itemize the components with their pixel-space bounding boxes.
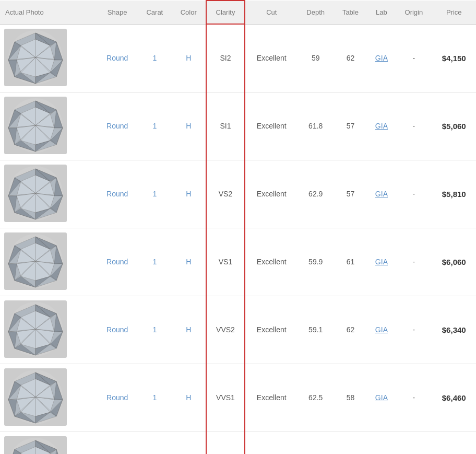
- diamond-table: Actual Photo Shape Carat Color Clarity C…: [0, 0, 476, 454]
- header-price[interactable]: Price: [432, 1, 476, 24]
- cell-cut: Excellent: [245, 92, 298, 160]
- cell-origin: -: [396, 296, 432, 364]
- cell-depth: 59.1: [298, 296, 334, 364]
- cell-shape: Round: [97, 160, 138, 228]
- cell-color: H: [172, 92, 206, 160]
- cell-photo: [0, 24, 97, 92]
- cell-table: 62: [334, 24, 367, 92]
- cell-carat: 1: [138, 160, 172, 228]
- cell-photo: [0, 228, 97, 296]
- cell-lab[interactable]: GIA: [367, 24, 396, 92]
- cell-origin: -: [396, 24, 432, 92]
- cell-price: $6,460: [432, 364, 476, 432]
- cell-table: 60: [334, 432, 367, 454]
- table-row: Round1HVVS2Excellent59.162GIA-$6,340: [0, 296, 476, 364]
- cell-table: 61: [334, 228, 367, 296]
- table-row: Round1HVS2Excellent62.957GIA-$5,810: [0, 160, 476, 228]
- cell-color: H: [172, 228, 206, 296]
- table-header-row: Actual Photo Shape Carat Color Clarity C…: [0, 1, 476, 24]
- cell-color: H: [172, 432, 206, 454]
- cell-photo: [0, 92, 97, 160]
- cell-price: $4,150: [432, 24, 476, 92]
- cell-color: H: [172, 24, 206, 92]
- cell-shape: Round: [97, 432, 138, 454]
- cell-clarity: VVS2: [206, 296, 245, 364]
- cell-lab[interactable]: GIA: [367, 228, 396, 296]
- cell-carat: 1: [138, 296, 172, 364]
- cell-clarity: VVS1: [206, 364, 245, 432]
- cell-lab[interactable]: GIA: [367, 160, 396, 228]
- cell-shape: Round: [97, 24, 138, 92]
- table-row: Round1HIFExcellent62.260GIA-$6,940: [0, 432, 476, 454]
- cell-price: $6,060: [432, 228, 476, 296]
- cell-origin: -: [396, 228, 432, 296]
- cell-cut: Excellent: [245, 160, 298, 228]
- cell-table: 57: [334, 160, 367, 228]
- cell-depth: 62.2: [298, 432, 334, 454]
- cell-cut: Excellent: [245, 432, 298, 454]
- cell-depth: 62.9: [298, 160, 334, 228]
- cell-depth: 59.9: [298, 228, 334, 296]
- cell-color: H: [172, 296, 206, 364]
- cell-price: $5,060: [432, 92, 476, 160]
- cell-cut: Excellent: [245, 228, 298, 296]
- cell-clarity: VS2: [206, 160, 245, 228]
- cell-shape: Round: [97, 296, 138, 364]
- cell-photo: [0, 160, 97, 228]
- header-origin[interactable]: Origin: [396, 1, 432, 24]
- cell-carat: 1: [138, 228, 172, 296]
- cell-color: H: [172, 364, 206, 432]
- cell-price: $5,810: [432, 160, 476, 228]
- cell-clarity: IF: [206, 432, 245, 454]
- cell-cut: Excellent: [245, 364, 298, 432]
- cell-carat: 1: [138, 92, 172, 160]
- cell-clarity: SI1: [206, 92, 245, 160]
- table-row: Round1HSI2Excellent5962GIA-$4,150: [0, 24, 476, 92]
- cell-carat: 1: [138, 24, 172, 92]
- header-color[interactable]: Color: [172, 1, 206, 24]
- cell-lab[interactable]: GIA: [367, 432, 396, 454]
- cell-origin: -: [396, 92, 432, 160]
- table-row: Round1HVS1Excellent59.961GIA-$6,060: [0, 228, 476, 296]
- cell-lab[interactable]: GIA: [367, 364, 396, 432]
- cell-depth: 59: [298, 24, 334, 92]
- cell-photo: [0, 364, 97, 432]
- header-table[interactable]: Table: [334, 1, 367, 24]
- cell-cut: Excellent: [245, 24, 298, 92]
- cell-depth: 61.8: [298, 92, 334, 160]
- cell-lab[interactable]: GIA: [367, 92, 396, 160]
- cell-origin: -: [396, 432, 432, 454]
- table-row: Round1HVVS1Excellent62.558GIA-$6,460: [0, 364, 476, 432]
- cell-photo: [0, 296, 97, 364]
- cell-clarity: SI2: [206, 24, 245, 92]
- header-lab[interactable]: Lab: [367, 1, 396, 24]
- cell-shape: Round: [97, 228, 138, 296]
- header-depth[interactable]: Depth: [298, 1, 334, 24]
- header-cut[interactable]: Cut: [245, 1, 298, 24]
- cell-photo: [0, 432, 97, 454]
- cell-price: $6,340: [432, 296, 476, 364]
- cell-table: 62: [334, 296, 367, 364]
- header-photo[interactable]: Actual Photo: [0, 1, 97, 24]
- cell-lab[interactable]: GIA: [367, 296, 396, 364]
- cell-carat: 1: [138, 432, 172, 454]
- cell-clarity: VS1: [206, 228, 245, 296]
- header-shape[interactable]: Shape: [97, 1, 138, 24]
- diamond-table-container: Actual Photo Shape Carat Color Clarity C…: [0, 0, 476, 454]
- cell-table: 57: [334, 92, 367, 160]
- cell-cut: Excellent: [245, 296, 298, 364]
- cell-price: $6,940: [432, 432, 476, 454]
- cell-carat: 1: [138, 364, 172, 432]
- cell-origin: -: [396, 364, 432, 432]
- cell-shape: Round: [97, 364, 138, 432]
- cell-table: 58: [334, 364, 367, 432]
- table-row: Round1HSI1Excellent61.857GIA-$5,060: [0, 92, 476, 160]
- cell-shape: Round: [97, 92, 138, 160]
- header-carat[interactable]: Carat: [138, 1, 172, 24]
- cell-origin: -: [396, 160, 432, 228]
- cell-color: H: [172, 160, 206, 228]
- cell-depth: 62.5: [298, 364, 334, 432]
- header-clarity[interactable]: Clarity: [206, 1, 245, 24]
